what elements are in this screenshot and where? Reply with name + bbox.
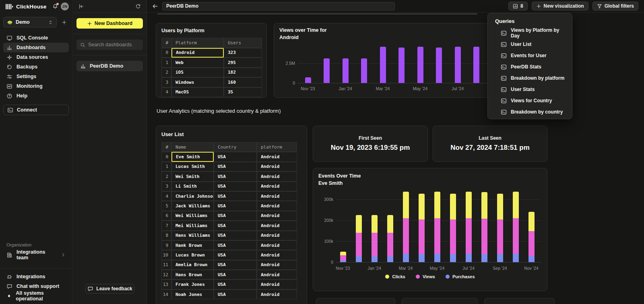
column-header[interactable]: Name (171, 142, 214, 152)
chart-bar-segment-views[interactable] (340, 255, 346, 261)
sidebar-item-settings[interactable]: Settings (3, 72, 69, 81)
table-cell[interactable]: Android (257, 191, 297, 201)
chart-bar-segment-clicks[interactable] (434, 192, 440, 218)
chart-bar-segment-clicks[interactable] (387, 215, 393, 233)
table-cell[interactable]: Hans Williams (171, 231, 214, 240)
new-visualization-button[interactable]: New visualization (532, 2, 588, 10)
chart-bar-segment-clicks[interactable] (513, 192, 519, 218)
connect-button[interactable]: Connect (3, 105, 69, 115)
chart-bar-segment-views[interactable] (403, 218, 409, 254)
chart-bar-segment-clicks[interactable] (528, 212, 535, 231)
dashboard-title-input[interactable] (162, 2, 395, 10)
chart-bar-segment-clicks[interactable] (372, 215, 378, 233)
chart-bar-segment-clicks[interactable] (419, 194, 425, 219)
table-cell[interactable]: USA (214, 211, 257, 221)
chart-bar-segment-views[interactable] (434, 218, 440, 254)
chart-bar-segment-purchases[interactable] (466, 254, 472, 262)
table-cell[interactable]: USA (214, 290, 257, 299)
chart-bar-segment-views[interactable] (356, 233, 362, 256)
chart-bar[interactable] (455, 47, 461, 83)
visualization-count-button[interactable]: 8 (508, 2, 528, 10)
dashboard-list-item[interactable]: PeerDB Demo (76, 61, 143, 71)
query-item-views-for-country[interactable]: Views for Country (488, 95, 572, 106)
table-cell[interactable]: Web (171, 58, 224, 68)
legend-item-purchases[interactable]: Purchases (446, 274, 475, 279)
legend-item-clicks[interactable]: Clicks (385, 274, 405, 279)
table-cell[interactable]: Li Smith (171, 182, 214, 191)
chart-bar[interactable] (417, 47, 423, 83)
table-cell[interactable]: iOS (171, 68, 224, 78)
chart-bar-segment-clicks[interactable] (403, 192, 409, 218)
column-header[interactable]: # (161, 38, 171, 48)
chart-bar-segment-purchases[interactable] (372, 256, 378, 262)
chart-bar[interactable] (473, 47, 479, 83)
chart-bar-segment-views[interactable] (466, 218, 472, 254)
table-cell[interactable]: USA (214, 260, 257, 270)
chart-bar-segment-clicks[interactable] (466, 192, 472, 218)
sidebar-item-integrations-team[interactable]: Integrations team (3, 250, 69, 260)
table-cell[interactable]: USA (214, 240, 257, 250)
column-header[interactable]: Platform (171, 38, 224, 48)
sidebar-item-help[interactable]: Help (3, 91, 69, 101)
sidebar-item-monitoring[interactable]: Monitoring (3, 81, 69, 91)
sidebar-item-integrations[interactable]: Integrations (3, 272, 69, 281)
table-cell[interactable]: Noah Jones (171, 290, 214, 299)
chart-bar-segment-purchases[interactable] (434, 254, 440, 262)
chart-bar[interactable] (398, 48, 405, 83)
table-cell[interactable]: Android (257, 290, 297, 299)
table-cell[interactable]: Android (257, 182, 297, 191)
table-cell[interactable]: Wei Smith (171, 172, 214, 181)
table-cell[interactable]: 295 (224, 58, 262, 68)
table-cell[interactable]: Android (257, 201, 297, 211)
table-cell[interactable]: Lucas Smith (171, 162, 214, 172)
global-filters-button[interactable]: Global filters (592, 2, 638, 10)
query-item-user-stats[interactable]: User Stats (488, 84, 572, 95)
chart-bar-segment-purchases[interactable] (450, 254, 456, 262)
notifications-button[interactable] (52, 4, 58, 9)
chart-bar-segment-purchases[interactable] (528, 256, 535, 262)
table-cell[interactable]: Android (257, 270, 297, 279)
column-header[interactable]: Country (214, 142, 257, 152)
sidebar-item-dashboards[interactable]: Dashboards (3, 43, 69, 52)
chart-bar-segment-views[interactable] (528, 231, 535, 256)
chart-bar[interactable] (305, 77, 311, 83)
table-cell[interactable]: USA (214, 191, 257, 201)
sidebar-item-sql-console[interactable]: SQL Console (3, 33, 69, 43)
table-cell[interactable]: 35 (224, 87, 262, 97)
refresh-button[interactable] (135, 4, 141, 9)
table-cell[interactable]: USA (214, 279, 257, 289)
chart-bar-segment-views[interactable] (419, 219, 425, 254)
table-cell[interactable]: USA (214, 250, 257, 260)
column-header[interactable]: # (161, 142, 171, 152)
table-cell[interactable]: Android (257, 162, 297, 172)
chart-bar-segment-purchases[interactable] (497, 254, 503, 262)
table-cell[interactable]: Frank Jones (171, 279, 214, 289)
workspace-select[interactable]: Demo (3, 17, 57, 27)
table-cell[interactable]: USA (214, 231, 257, 240)
table-cell[interactable]: USA (214, 172, 257, 181)
chart-bar-segment-purchases[interactable] (356, 256, 362, 262)
chart-bar-segment-purchases[interactable] (513, 254, 519, 262)
query-item-user-list[interactable]: User List (488, 39, 572, 50)
chart-bar[interactable] (380, 47, 386, 83)
chart-bar-segment-purchases[interactable] (403, 254, 409, 262)
table-cell[interactable]: Hank Brown (171, 240, 214, 250)
table-cell[interactable]: 182 (224, 68, 262, 78)
query-item-breakdown-by-country[interactable]: Breakdown by country (488, 106, 572, 118)
table-cell[interactable]: Mei Williams (171, 221, 214, 230)
table-cell[interactable]: Lucas Brown (171, 250, 214, 260)
chart-bar-segment-clicks[interactable] (481, 192, 487, 219)
table-cell[interactable]: Eve Smith (171, 152, 214, 161)
table-cell[interactable]: USA (214, 162, 257, 172)
chart-bar-segment-views[interactable] (450, 219, 456, 254)
new-dashboard-button[interactable]: New Dashboard (76, 18, 143, 29)
chart-bar-segment-views[interactable] (513, 218, 519, 254)
table-cell[interactable]: Amelia Brown (171, 260, 214, 270)
chart-bar-segment-purchases[interactable] (419, 254, 425, 262)
chart-bar-segment-views[interactable] (387, 233, 393, 256)
query-item-peerdb-stats[interactable]: PeerDB Stats (488, 61, 572, 72)
table-cell[interactable]: 160 (224, 77, 262, 87)
query-item-events-for-user[interactable]: Events for User (488, 50, 572, 61)
sidebar-item-all-systems-operational[interactable]: All systems operational (3, 291, 69, 301)
table-cell[interactable]: Android (257, 172, 297, 181)
